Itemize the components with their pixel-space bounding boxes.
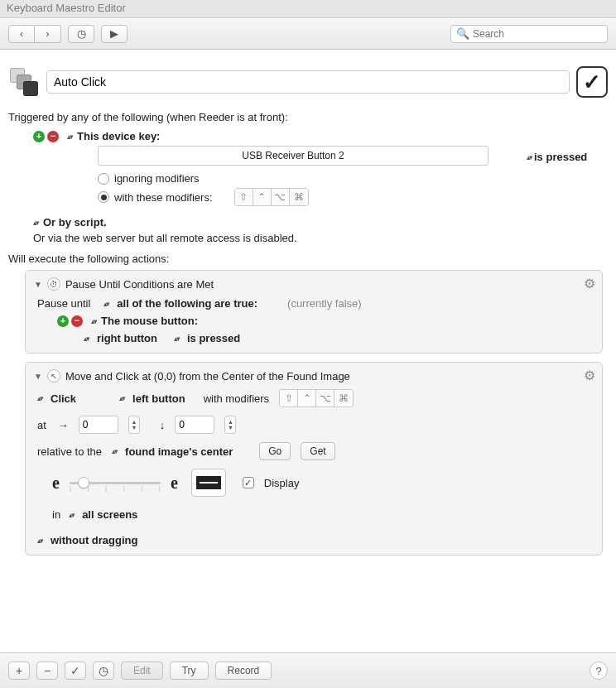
check-icon: ✓	[583, 70, 601, 95]
found-image-thumb	[196, 476, 221, 489]
question-icon: ?	[595, 665, 601, 677]
device-key-label: This device key:	[77, 130, 160, 142]
modifiers-grid[interactable]: ⇧ ⌃ ⌥ ⌘	[234, 188, 309, 206]
script-trigger-popup[interactable]: ▴▾	[33, 219, 38, 227]
display-label: Display	[264, 477, 300, 489]
pause-status: (currently false)	[287, 297, 362, 310]
macro-enabled-toggle[interactable]: ✓	[576, 66, 608, 98]
disclosure-triangle-icon[interactable]: ▼	[34, 280, 42, 289]
nav-back-forward: ‹ ›	[8, 25, 61, 43]
left-button-label: left button	[132, 392, 185, 405]
action-gear-icon[interactable]: ⚙	[584, 276, 595, 291]
in-label: in	[52, 508, 60, 521]
search-field[interactable]: 🔍	[450, 25, 608, 43]
pause-match-popup[interactable]: ▴▾	[103, 300, 108, 308]
edit-button[interactable]: Edit	[121, 662, 163, 680]
trigger-device-key: + − ▴▾ This device key: USB Receiver But…	[33, 130, 608, 206]
click-label: Click	[51, 392, 76, 405]
trigger-type-popup[interactable]: ▴▾	[67, 132, 72, 141]
action-gear-icon[interactable]: ⚙	[584, 368, 595, 383]
cursor-icon: ↖	[47, 369, 60, 382]
run-button[interactable]: ▶	[101, 25, 128, 43]
action-title: Pause Until Conditions are Met	[65, 278, 214, 291]
help-button[interactable]: ?	[590, 662, 608, 680]
option-mod-icon[interactable]: ⌥	[272, 189, 290, 205]
search-icon: 🔍	[456, 27, 469, 40]
relative-to-label: relative to the	[37, 445, 102, 458]
pressed-label: is pressed	[187, 332, 240, 344]
condition-type-popup[interactable]: ▴▾	[91, 317, 96, 325]
device-key-field[interactable]: USB Receiver Button 2	[98, 146, 488, 166]
fuzz-min-label: e	[52, 474, 60, 493]
remove-condition-button[interactable]: −	[71, 315, 83, 327]
with-modifiers-label: with these modifiers:	[114, 191, 213, 204]
action-title: Move and Click at (0,0) from the Center …	[65, 370, 350, 382]
pause-all-label: all of the following are true:	[117, 297, 257, 310]
pause-icon: ⏱	[47, 277, 60, 291]
add-trigger-button[interactable]: +	[33, 131, 45, 142]
record-button[interactable]: Record	[215, 662, 272, 680]
minus-icon: −	[44, 664, 51, 677]
display-checkbox[interactable]: ✓	[243, 477, 254, 488]
shift-mod-icon[interactable]: ⇧	[280, 390, 298, 407]
click-modifiers-grid[interactable]: ⇧ ⌃ ⌥ ⌘	[279, 389, 354, 407]
ignore-modifiers-radio[interactable]	[98, 173, 109, 185]
mouse-button-label: The mouse button:	[101, 315, 198, 327]
y-offset-input[interactable]	[175, 416, 214, 434]
disclosure-triangle-icon[interactable]: ▼	[34, 372, 42, 381]
enable-action-button[interactable]: ✓	[65, 662, 86, 680]
fuzziness-slider[interactable]: ||||||	[70, 474, 161, 492]
nav-forward-button[interactable]: ›	[35, 25, 61, 43]
add-condition-button[interactable]: +	[57, 315, 69, 327]
control-mod-icon[interactable]: ⌃	[298, 390, 316, 407]
pause-until-label: Pause until	[37, 297, 90, 310]
action-move-and-click[interactable]: ⚙ ▼ ↖ Move and Click at (0,0) from the C…	[25, 362, 603, 556]
macro-icon[interactable]	[8, 66, 40, 98]
chevron-right-icon: ›	[46, 28, 50, 40]
arrow-right-icon: →	[58, 419, 69, 431]
ignore-modifiers-label: ignoring modifiers	[114, 172, 200, 185]
drag-mode-popup[interactable]: ▴▾	[37, 536, 42, 545]
press-mode-popup[interactable]: ▴▾	[527, 153, 532, 161]
recent-button[interactable]: ◷	[68, 25, 94, 43]
show-actions-button[interactable]: ◷	[93, 662, 114, 680]
screen-scope-popup[interactable]: ▴▾	[69, 511, 74, 519]
window-title: Keyboard Maestro Editor	[7, 2, 126, 14]
without-dragging-label: without dragging	[51, 534, 137, 546]
command-mod-icon[interactable]: ⌘	[334, 390, 353, 407]
get-button[interactable]: Get	[301, 442, 334, 460]
relative-to-popup[interactable]: ▴▾	[112, 447, 117, 455]
nav-back-button[interactable]: ‹	[8, 25, 35, 43]
plus-icon: +	[16, 664, 22, 677]
found-image-well[interactable]	[191, 469, 226, 497]
shift-mod-icon[interactable]: ⇧	[235, 189, 253, 205]
trigger-intro: Triggered by any of the following (when …	[8, 111, 608, 123]
clock-icon: ◷	[99, 664, 108, 677]
action-pause-until[interactable]: ⚙ ▼ ⏱ Pause Until Conditions are Met Pau…	[25, 270, 603, 354]
chevron-left-icon: ‹	[20, 28, 23, 40]
option-mod-icon[interactable]: ⌥	[316, 390, 334, 407]
click-type-popup[interactable]: ▴▾	[37, 394, 42, 402]
go-button[interactable]: Go	[259, 442, 291, 460]
at-label: at	[37, 419, 46, 431]
remove-trigger-button[interactable]: −	[47, 131, 59, 142]
editor-content: ✓ Triggered by any of the following (whe…	[0, 50, 616, 652]
with-modifiers-radio[interactable]	[98, 191, 109, 203]
add-action-button[interactable]: +	[8, 662, 30, 680]
clock-icon: ◷	[77, 27, 86, 40]
macro-name-input[interactable]	[46, 70, 570, 94]
x-stepper[interactable]: ▲▼	[128, 416, 140, 434]
window-title-bar: Keyboard Maestro Editor	[0, 0, 616, 18]
y-stepper[interactable]: ▲▼	[224, 416, 236, 434]
x-offset-input[interactable]	[79, 416, 118, 434]
control-mod-icon[interactable]: ⌃	[253, 189, 272, 205]
command-mod-icon[interactable]: ⌘	[290, 189, 308, 205]
remove-action-button[interactable]: −	[36, 662, 58, 680]
or-script-label: Or by script.	[43, 216, 107, 229]
click-button-popup[interactable]: ▴▾	[119, 394, 124, 402]
search-input[interactable]	[473, 28, 602, 40]
which-button-popup[interactable]: ▴▾	[84, 334, 89, 343]
right-button-label: right button	[97, 332, 157, 344]
try-button[interactable]: Try	[170, 662, 209, 680]
button-state-popup[interactable]: ▴▾	[174, 334, 179, 343]
